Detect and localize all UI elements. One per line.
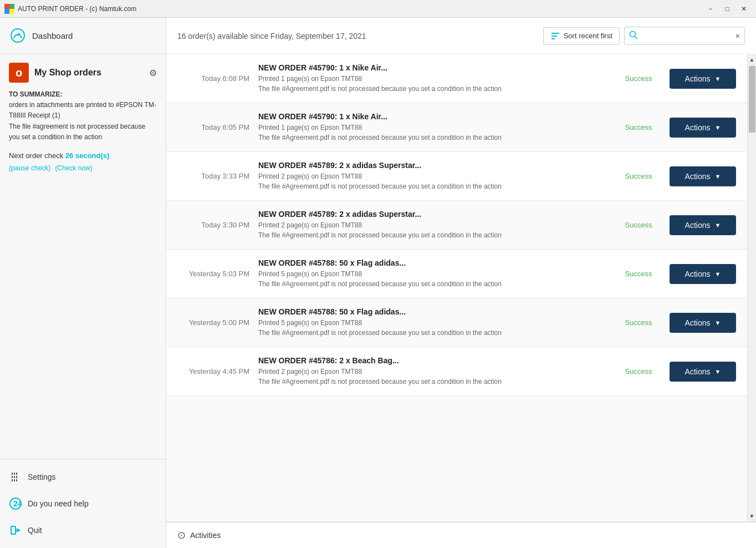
svg-rect-13	[14, 479, 15, 481]
actions-button[interactable]: Actions ▼	[670, 118, 736, 138]
order-details: NEW ORDER #45789: 2 x adidas Superstar..…	[258, 161, 607, 191]
activities-bar[interactable]: ⊙ Activities	[166, 521, 756, 548]
order-desc: Printed 5 page(s) on Epson TMT88The file…	[258, 269, 607, 289]
order-row: Yesterday 4:45 PM NEW ORDER #45786: 2 x …	[166, 347, 747, 396]
svg-rect-7	[14, 473, 15, 475]
next-check-count: 26 second(s)	[65, 151, 109, 160]
order-row: Yesterday 5:03 PM NEW ORDER #45788: 50 x…	[166, 250, 747, 298]
order-details: NEW ORDER #45788: 50 x Flag adidas... Pr…	[258, 258, 607, 289]
orders-list: Today 6:08 PM NEW ORDER #45790: 1 x Nike…	[166, 54, 747, 521]
search-input[interactable]	[642, 28, 731, 43]
order-time: Today 3:33 PM	[177, 172, 249, 180]
dashboard-label: Dashboard	[32, 31, 73, 40]
order-title: NEW ORDER #45788: 50 x Flag adidas...	[258, 307, 607, 316]
gear-icon[interactable]: ⚙	[149, 68, 157, 78]
chevron-down-icon: ▼	[715, 368, 721, 375]
svg-rect-17	[11, 526, 16, 534]
next-check: Next order check 26 second(s)	[9, 151, 157, 160]
sidebar-footer: Settings 24 Do you need help	[0, 459, 166, 548]
header-controls: Sort recent first ×	[543, 27, 745, 45]
sort-button[interactable]: Sort recent first	[543, 27, 620, 45]
app-title: AUTO PRINT ORDER - (c) Namtuk.com	[18, 5, 703, 13]
order-title: NEW ORDER #45788: 50 x Flag adidas...	[258, 258, 607, 267]
order-desc: Printed 2 page(s) on Epson TMT88The file…	[258, 367, 607, 387]
order-details: NEW ORDER #45788: 50 x Flag adidas... Pr…	[258, 307, 607, 338]
actions-button[interactable]: Actions ▼	[670, 264, 736, 284]
shop-header: o My Shop orders ⚙	[9, 63, 157, 83]
sidebar-item-quit[interactable]: Quit	[0, 517, 166, 544]
order-title: NEW ORDER #45789: 2 x adidas Superstar..…	[258, 210, 607, 219]
order-status: Success	[616, 270, 661, 278]
app-icon	[4, 4, 14, 14]
sidebar: Dashboard o My Shop orders ⚙ TO SUMMARIZ…	[0, 18, 166, 548]
maximize-button[interactable]: □	[719, 3, 735, 15]
quit-label: Quit	[28, 526, 42, 535]
scroll-down-arrow[interactable]: ▼	[748, 512, 756, 520]
scroll-up-arrow[interactable]: ▲	[748, 55, 756, 64]
help-icon: 24	[9, 497, 22, 510]
search-icon	[625, 27, 642, 44]
order-row: Today 6:08 PM NEW ORDER #45790: 1 x Nike…	[166, 54, 747, 103]
svg-point-22	[630, 32, 635, 37]
actions-button[interactable]: Actions ▼	[670, 69, 736, 89]
chevron-down-icon: ▼	[715, 124, 721, 131]
svg-rect-0	[4, 4, 9, 9]
scroll-thumb[interactable]	[749, 66, 755, 133]
chevron-down-icon: ▼	[715, 271, 721, 277]
order-status: Success	[616, 318, 661, 327]
title-bar: AUTO PRINT ORDER - (c) Namtuk.com − □ ✕	[0, 0, 756, 18]
summary-section: TO SUMMARIZE: orders in attachments are …	[9, 89, 157, 143]
actions-button[interactable]: Actions ▼	[670, 313, 736, 333]
sort-icon	[550, 31, 560, 41]
svg-rect-6	[12, 473, 13, 475]
svg-rect-10	[14, 476, 15, 478]
sidebar-item-settings[interactable]: Settings	[0, 464, 166, 490]
main-content: 16 order(s) available since Friday, Sept…	[166, 18, 756, 548]
chevron-down-icon: ▼	[715, 222, 721, 229]
order-time: Today 6:08 PM	[177, 74, 249, 83]
scrollbar-track[interactable]: ▲ ▼	[747, 54, 756, 521]
order-row: Today 6:05 PM NEW ORDER #45790: 1 x Nike…	[166, 103, 747, 152]
order-time: Yesterday 5:00 PM	[177, 318, 249, 327]
shop-icon-title: o My Shop orders	[9, 63, 101, 83]
order-details: NEW ORDER #45789: 2 x adidas Superstar..…	[258, 210, 607, 240]
order-time: Yesterday 4:45 PM	[177, 367, 249, 376]
svg-rect-9	[12, 476, 13, 478]
order-row: Today 3:30 PM NEW ORDER #45789: 2 x adid…	[166, 201, 747, 250]
pause-check-link[interactable]: (pause check)	[9, 164, 50, 172]
close-button[interactable]: ✕	[736, 3, 752, 15]
svg-rect-14	[16, 479, 17, 481]
minimize-button[interactable]: −	[703, 3, 718, 15]
activities-chevron-icon: ⊙	[177, 529, 186, 541]
svg-line-23	[635, 37, 637, 39]
sidebar-dashboard-item[interactable]: Dashboard	[0, 18, 166, 54]
main-scroll-area: Today 6:08 PM NEW ORDER #45790: 1 x Nike…	[166, 54, 756, 521]
sort-label: Sort recent first	[564, 32, 612, 40]
order-desc: Printed 2 page(s) on Epson TMT88The file…	[258, 220, 607, 240]
order-desc: Printed 2 page(s) on Epson TMT88The file…	[258, 171, 607, 191]
search-box: ×	[624, 27, 745, 45]
summary-title: TO SUMMARIZE:	[9, 89, 157, 100]
help-label: Do you need help	[28, 499, 89, 508]
svg-rect-11	[16, 476, 17, 478]
sidebar-item-help[interactable]: 24 Do you need help	[0, 490, 166, 517]
office-icon: o	[9, 63, 29, 83]
order-status: Success	[616, 123, 661, 131]
order-desc: Printed 5 page(s) on Epson TMT88The file…	[258, 318, 607, 338]
order-count-text: 16 order(s) available since Friday, Sept…	[177, 32, 366, 40]
order-row: Yesterday 5:00 PM NEW ORDER #45788: 50 x…	[166, 298, 747, 347]
order-desc: Printed 1 page(s) on Epson TMT88The file…	[258, 123, 607, 143]
search-clear-button[interactable]: ×	[731, 28, 744, 44]
chevron-down-icon: ▼	[715, 173, 721, 180]
check-now-link[interactable]: (Check now)	[55, 164, 92, 172]
chevron-down-icon: ▼	[715, 319, 721, 326]
svg-rect-1	[9, 4, 14, 9]
actions-button[interactable]: Actions ▼	[670, 166, 736, 186]
actions-button[interactable]: Actions ▼	[670, 215, 736, 235]
order-time: Yesterday 5:03 PM	[177, 270, 249, 278]
svg-rect-2	[4, 9, 9, 14]
order-desc: Printed 1 page(s) on Epson TMT88The file…	[258, 74, 607, 94]
order-status: Success	[616, 74, 661, 83]
order-details: NEW ORDER #45786: 2 x Beach Bag... Print…	[258, 356, 607, 387]
actions-button[interactable]: Actions ▼	[670, 362, 736, 382]
